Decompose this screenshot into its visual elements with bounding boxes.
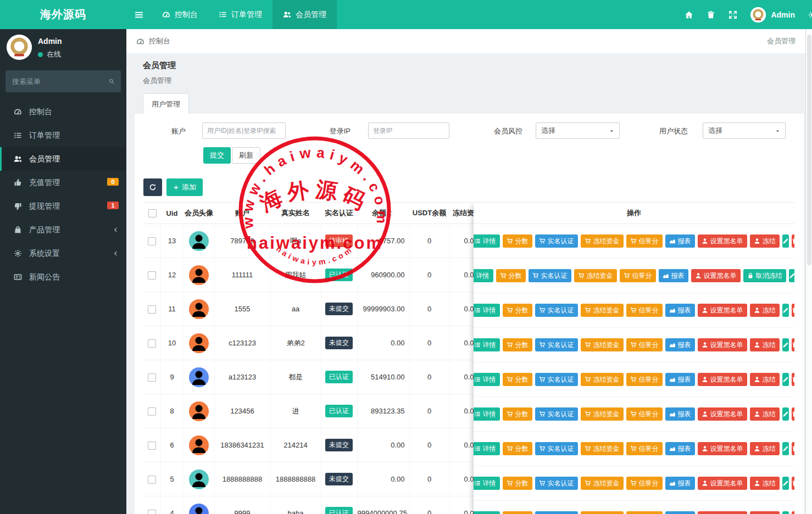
action-edit-button[interactable] [782, 234, 789, 248]
action-detail-button[interactable]: 详情 [474, 234, 500, 248]
action-credit-button[interactable]: 信誉分 [626, 511, 663, 514]
action-score-button[interactable]: 分数 [496, 269, 526, 282]
action-delete-button[interactable] [792, 338, 795, 351]
tab-user-management[interactable]: 用户管理 [143, 93, 189, 114]
action-score-button[interactable]: 分数 [503, 338, 532, 351]
action-report-button[interactable]: 报表 [665, 511, 695, 514]
action-freeze-button[interactable]: 冻结 [750, 477, 780, 490]
breadcrumb-dashboard[interactable]: 控制台 [136, 36, 170, 46]
action-report-button[interactable]: 报表 [665, 477, 695, 490]
risk-select[interactable]: 选择 [536, 122, 620, 139]
action-edit-button[interactable] [782, 304, 789, 317]
row-checkbox[interactable] [148, 339, 156, 348]
action-delete-button[interactable] [792, 234, 795, 248]
row-checkbox[interactable] [148, 407, 156, 416]
sidebar-item-news[interactable]: 新闻公告 [0, 265, 126, 289]
settings-gear-icon[interactable] [808, 10, 812, 19]
nav-item-orders[interactable]: 订单管理 [208, 0, 272, 29]
action-detail-button[interactable]: 详情 [474, 373, 500, 386]
row-checkbox[interactable] [148, 442, 156, 450]
search-input[interactable] [12, 77, 109, 86]
action-freeze-button[interactable]: 冻结 [750, 304, 780, 317]
action-unfreeze-button[interactable]: 取消冻结 [743, 269, 786, 282]
action-score-button[interactable]: 分数 [503, 234, 532, 248]
action-freeze_funds-button[interactable]: 冻结资金 [581, 511, 624, 514]
action-detail-button[interactable]: 详情 [474, 442, 500, 455]
action-blacklist-button[interactable]: 设置黑名单 [698, 234, 747, 248]
nav-item-members[interactable]: 会员管理 [272, 0, 337, 29]
action-delete-button[interactable] [792, 407, 795, 421]
action-report-button[interactable]: 报表 [665, 407, 695, 421]
action-edit-button[interactable] [782, 442, 789, 455]
action-blacklist-button[interactable]: 设置黑名单 [698, 373, 747, 386]
action-report-button[interactable]: 报表 [665, 338, 695, 351]
action-freeze_funds-button[interactable]: 冻结资金 [581, 304, 624, 317]
action-edit-button[interactable] [789, 269, 795, 282]
sidebar-item-withdraw[interactable]: 提现管理1 [0, 194, 126, 218]
home-icon[interactable] [685, 10, 693, 19]
action-edit-button[interactable] [782, 373, 789, 386]
action-detail-button[interactable]: 详情 [474, 304, 500, 317]
action-realname-button[interactable]: 实名认证 [535, 477, 578, 490]
refresh-button[interactable]: 刷新 [232, 147, 260, 164]
action-realname-button[interactable]: 实名认证 [535, 338, 578, 351]
submit-button[interactable]: 提交 [203, 147, 231, 164]
action-delete-button[interactable] [792, 511, 795, 514]
sidebar-item-orders[interactable]: 订单管理 [0, 124, 126, 147]
row-checkbox[interactable] [148, 510, 156, 514]
trash-icon[interactable] [707, 10, 715, 19]
action-report-button[interactable]: 报表 [665, 442, 695, 455]
action-realname-button[interactable]: 实名认证 [535, 234, 578, 248]
user-status-select[interactable]: 选择 [703, 122, 786, 139]
action-score-button[interactable]: 分数 [503, 304, 532, 317]
action-report-button[interactable]: 报表 [665, 234, 695, 248]
action-realname-button[interactable]: 实名认证 [535, 304, 578, 317]
action-credit-button[interactable]: 信誉分 [626, 373, 663, 386]
action-freeze_funds-button[interactable]: 冻结资金 [574, 269, 617, 282]
action-blacklist-button[interactable]: 设置黑名单 [698, 442, 747, 455]
action-score-button[interactable]: 分数 [503, 442, 532, 455]
action-credit-button[interactable]: 信誉分 [626, 442, 663, 455]
add-button[interactable]: 添加 [166, 178, 203, 196]
action-realname-button[interactable]: 实名认证 [535, 407, 578, 421]
action-credit-button[interactable]: 信誉分 [626, 477, 663, 490]
action-edit-button[interactable] [782, 511, 789, 514]
action-detail-button[interactable]: 详情 [474, 407, 500, 421]
sidebar-item-products[interactable]: 产品管理 [0, 218, 126, 242]
action-realname-button[interactable]: 实名认证 [535, 373, 578, 386]
action-delete-button[interactable] [792, 304, 795, 317]
action-freeze_funds-button[interactable]: 冻结资金 [581, 373, 624, 386]
table-refresh-button[interactable] [143, 178, 162, 196]
scrollbar-track[interactable] [805, 29, 812, 514]
action-detail-button[interactable]: 详情 [474, 269, 493, 282]
action-blacklist-button[interactable]: 设置黑名单 [691, 269, 741, 282]
fullscreen-icon[interactable] [728, 10, 737, 19]
action-freeze-button[interactable]: 冻结 [750, 373, 780, 386]
action-freeze_funds-button[interactable]: 冻结资金 [581, 442, 624, 455]
sidebar-item-recharge[interactable]: 充值管理0 [0, 171, 126, 194]
action-score-button[interactable]: 分数 [503, 477, 532, 490]
action-credit-button[interactable]: 信誉分 [626, 407, 663, 421]
action-delete-button[interactable] [792, 442, 795, 455]
sidebar-item-settings[interactable]: 系统设置 [0, 242, 126, 265]
action-blacklist-button[interactable]: 设置黑名单 [698, 407, 747, 421]
action-freeze_funds-button[interactable]: 冻结资金 [581, 407, 624, 421]
nav-item-dashboard[interactable]: 控制台 [152, 0, 208, 29]
admin-menu[interactable]: Admin [750, 7, 795, 23]
action-detail-button[interactable]: 详情 [474, 477, 500, 490]
action-blacklist-button[interactable]: 设置黑名单 [698, 304, 747, 317]
action-realname-button[interactable]: 实名认证 [535, 442, 578, 455]
action-freeze-button[interactable]: 冻结 [750, 511, 780, 514]
select-all-checkbox[interactable] [148, 209, 157, 217]
action-freeze-button[interactable]: 冻结 [750, 234, 780, 248]
row-checkbox[interactable] [148, 305, 156, 314]
action-edit-button[interactable] [782, 407, 789, 421]
row-checkbox[interactable] [148, 237, 156, 245]
action-credit-button[interactable]: 信誉分 [626, 234, 663, 248]
action-score-button[interactable]: 分数 [503, 407, 532, 421]
action-credit-button[interactable]: 信誉分 [620, 269, 656, 282]
search-icon[interactable] [109, 77, 114, 85]
login-ip-input[interactable] [368, 122, 449, 139]
action-delete-button[interactable] [792, 373, 795, 386]
action-realname-button[interactable]: 实名认证 [529, 269, 571, 282]
